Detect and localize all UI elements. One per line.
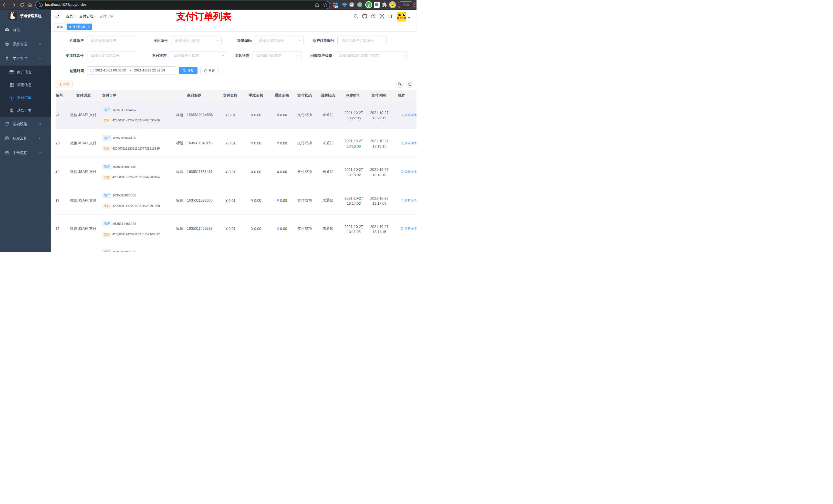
svg-text:10: 10 xyxy=(335,5,338,8)
svg-text:¥: ¥ xyxy=(11,96,12,99)
svg-text:y: y xyxy=(368,3,370,7)
svg-text:T: T xyxy=(388,15,390,19)
svg-text:?: ? xyxy=(373,15,374,18)
svg-text:T: T xyxy=(390,14,393,19)
